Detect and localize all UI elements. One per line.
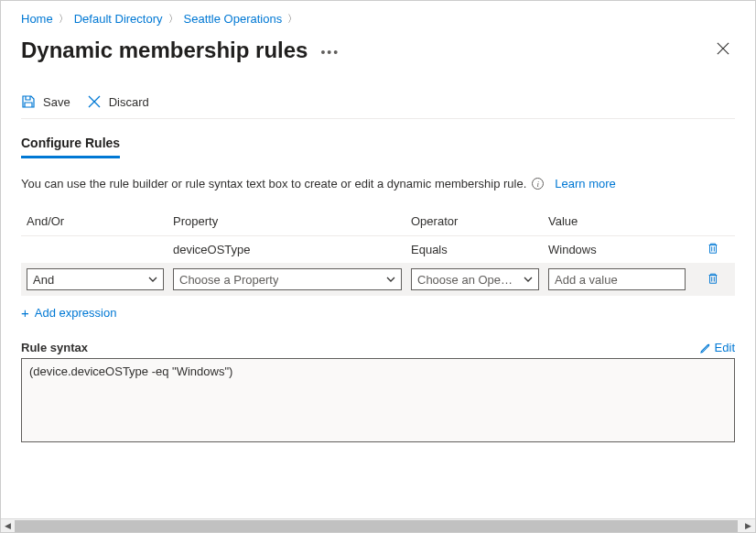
info-icon[interactable]: i [532, 178, 544, 190]
value-input[interactable]: Add a value [548, 268, 686, 290]
chevron-down-icon [148, 273, 157, 287]
delete-row-button[interactable] [707, 272, 719, 288]
horizontal-scrollbar[interactable]: ◀ ▶ [1, 518, 755, 532]
cell-property: deviceOSType [173, 243, 411, 256]
chevron-down-icon [386, 273, 395, 287]
page-title: Dynamic membership rules [21, 38, 308, 63]
plus-icon: + [21, 305, 29, 321]
breadcrumb-group[interactable]: Seattle Operations [184, 12, 283, 26]
rule-syntax-header: Rule syntax Edit [21, 341, 735, 354]
chevron-down-icon [524, 273, 533, 287]
close-icon [717, 42, 729, 55]
scroll-left-arrow-icon[interactable]: ◀ [1, 519, 15, 533]
col-value: Value [548, 214, 695, 228]
col-property: Property [173, 214, 411, 228]
cell-operator: Equals [411, 243, 548, 256]
add-expression-label: Add expression [35, 306, 117, 320]
andor-select[interactable]: And [27, 268, 164, 290]
close-icon [87, 94, 102, 109]
more-button[interactable]: ••• [320, 41, 340, 60]
save-button[interactable]: Save [21, 94, 70, 109]
rule-syntax-label: Rule syntax [21, 341, 88, 354]
trash-icon [707, 272, 719, 285]
value-placeholder: Add a value [555, 273, 618, 287]
chevron-right-icon: 〉 [59, 12, 69, 26]
discard-label: Discard [109, 95, 149, 109]
breadcrumb: Home 〉 Default Directory 〉 Seattle Opera… [21, 10, 735, 33]
helper-text: You can use the rule builder or rule syn… [21, 177, 526, 190]
property-placeholder: Choose a Property [179, 273, 278, 287]
pencil-icon [700, 343, 711, 354]
edit-rule-syntax-button[interactable]: Edit [700, 341, 735, 354]
add-expression-button[interactable]: + Add expression [21, 305, 735, 321]
rule-syntax-textarea[interactable]: (device.deviceOSType -eq "Windows") [21, 358, 735, 442]
edit-label: Edit [715, 341, 735, 354]
breadcrumb-home[interactable]: Home [21, 12, 53, 26]
table-row: deviceOSType Equals Windows [21, 236, 735, 263]
property-select[interactable]: Choose a Property [173, 268, 402, 290]
toolbar: Save Discard [21, 85, 735, 119]
breadcrumb-directory[interactable]: Default Directory [74, 12, 163, 26]
chevron-right-icon: 〉 [287, 12, 297, 26]
table-row-editing: And Choose a Property Choose an Ope… Add [21, 263, 735, 296]
delete-row-button[interactable] [707, 242, 719, 257]
section-tabs: Configure Rules [21, 136, 735, 158]
table-header: And/Or Property Operator Value [21, 207, 735, 236]
save-icon [21, 94, 36, 109]
andor-selected-value: And [33, 273, 54, 287]
col-operator: Operator [411, 214, 548, 228]
title-row: Dynamic membership rules ••• [21, 33, 735, 85]
trash-icon [707, 242, 719, 255]
helper-text-row: You can use the rule builder or rule syn… [21, 177, 735, 190]
scroll-right-arrow-icon[interactable]: ▶ [741, 519, 755, 533]
chevron-right-icon: 〉 [168, 12, 178, 26]
close-button[interactable] [711, 37, 735, 63]
rules-table: And/Or Property Operator Value deviceOST… [21, 207, 735, 296]
discard-button[interactable]: Discard [87, 94, 149, 109]
learn-more-link[interactable]: Learn more [555, 177, 615, 190]
cell-value: Windows [548, 243, 695, 256]
operator-placeholder: Choose an Ope… [417, 273, 513, 287]
col-andor: And/Or [27, 214, 173, 228]
operator-select[interactable]: Choose an Ope… [411, 268, 539, 290]
tab-configure-rules[interactable]: Configure Rules [21, 136, 120, 158]
save-label: Save [43, 95, 70, 109]
